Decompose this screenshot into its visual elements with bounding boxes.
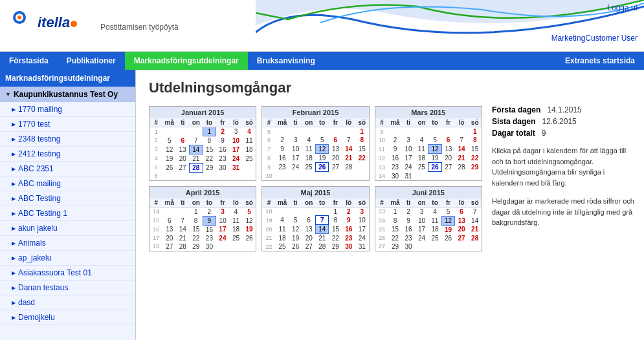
calendars-grid: Januari 2015 #måtiontofrlösö 11234 25678… [149, 106, 482, 251]
sidebar-title: Marknadsföringsutdelningar [0, 70, 135, 87]
juni-header: Juni 2015 [375, 187, 482, 198]
februari-header: Februari 2015 [262, 107, 368, 118]
februari-table: #måtiontofrlösö 51 62345678 791011121314… [262, 118, 368, 180]
sidebar-item-akunjakelu[interactable]: akun jakelu [0, 221, 135, 236]
nav-marknads[interactable]: Marknadsföringsutdelningar [125, 52, 248, 70]
user-name: MarketingCustomer User [551, 34, 638, 43]
calendar-section: Utdelningsomgångar Januari 2015 #måtiont… [149, 80, 482, 330]
help-text: Klicka på dagar i kalendern för att lägg… [492, 145, 634, 188]
first-day-label: Första dagen [492, 105, 540, 114]
main-layout: Marknadsföringsutdelningar Kaupunkikusta… [0, 70, 644, 340]
svg-point-2 [17, 16, 21, 19]
januari-table: #måtiontofrlösö 11234 2567891011 3121314… [150, 118, 256, 180]
sidebar: Marknadsföringsutdelningar Kaupunkikusta… [0, 70, 136, 340]
calendar-mars: Mars 2015 #måtiontofrlösö 91 102345678 1… [375, 106, 482, 181]
calendar-april: April 2015 #måtiontofrlösö 1412345 15678… [149, 186, 256, 252]
logo-area: itella [6, 10, 77, 36]
calendar-februari: Februari 2015 #måtiontofrlösö 51 6234567… [261, 106, 369, 181]
mars-header: Mars 2015 [375, 107, 482, 118]
sidebar-item-abctesting[interactable]: ABC Testing [0, 191, 135, 206]
calendar-januari: Januari 2015 #måtiontofrlösö 11234 25678… [149, 106, 256, 181]
januari-header: Januari 2015 [150, 107, 256, 118]
maj-header: Maj 2015 [262, 187, 368, 198]
sidebar-item-abcmailing[interactable]: ABC mailing [0, 176, 135, 191]
holiday-text: Helgdagar är markerade med röda siffror … [492, 196, 634, 228]
nav-forstasida[interactable]: Förstasida [0, 52, 58, 70]
maj-table: #måtiontofrlösö 18123 1945678910 2011121… [262, 198, 368, 251]
nav-bruksanvisning[interactable]: Bruksanvisning [248, 52, 324, 70]
last-day-label: Sista dagen [492, 117, 535, 126]
first-day-row: Första dagen 14.1.2015 [492, 105, 634, 114]
sidebar-item-2412testing[interactable]: 2412 testing [0, 147, 135, 162]
juni-table: #måtiontofrlösö 231234567 24891011121314… [375, 198, 482, 251]
sidebar-company[interactable]: Kaupunkikustannus Test Oy [0, 87, 135, 102]
calendar-juni: Juni 2015 #måtiontofrlösö 231234567 2489… [375, 186, 482, 252]
april-header: April 2015 [150, 187, 256, 198]
total-days-value: 9 [542, 129, 546, 138]
sidebar-item-apjakelu[interactable]: ap_jakelu [0, 251, 135, 266]
total-days-row: Dagar totalt 9 [492, 129, 634, 138]
sidebar-item-1770mailing[interactable]: 1770 mailing [0, 102, 135, 117]
sidebar-item-animals[interactable]: Animals [0, 236, 135, 251]
sidebar-item-abctesting1[interactable]: ABC Testing 1 [0, 206, 135, 221]
nav-publikationer[interactable]: Publikationer [58, 52, 125, 70]
april-table: #måtiontofrlösö 1412345 156789101112 161… [150, 198, 256, 251]
tagline: Postittamisen työpöytä [100, 23, 179, 32]
sidebar-item-asiakassuora[interactable]: Asiakassuora Test 01 [0, 266, 135, 281]
sidebar-item-2348testing[interactable]: 2348 testing [0, 132, 135, 147]
last-day-value: 12.6.2015 [542, 117, 576, 126]
first-day-value: 14.1.2015 [547, 105, 581, 114]
nav-bar: Förstasida Publikationer Marknadsförings… [0, 52, 644, 70]
nav-extranets[interactable]: Extranets startsida [556, 52, 644, 70]
logo-dot [71, 21, 77, 27]
sidebar-item-abc2351[interactable]: ABC 2351 [0, 162, 135, 176]
content-area: Utdelningsomgångar Januari 2015 #måtiont… [136, 70, 644, 340]
calendar-maj: Maj 2015 #måtiontofrlösö 18123 194567891… [261, 186, 369, 252]
page-title: Utdelningsomgångar [149, 80, 482, 96]
sidebar-item-1770test[interactable]: 1770 test [0, 117, 135, 132]
total-days-label: Dagar totalt [492, 129, 535, 138]
logo-text: itella [38, 14, 70, 30]
last-day-row: Sista dagen 12.6.2015 [492, 117, 634, 126]
logout-link[interactable]: Logga ut [607, 3, 638, 12]
sidebar-item-dasd[interactable]: dasd [0, 295, 135, 310]
top-bar: itella Postittamisen työpöytä Logga ut M… [0, 0, 644, 52]
sidebar-item-demojkelu[interactable]: Demojkelu [0, 310, 135, 325]
mars-table: #måtiontofrlösö 91 102345678 11910111213… [375, 118, 482, 180]
info-panel: Första dagen 14.1.2015 Sista dagen 12.6.… [492, 80, 634, 330]
logo-svg [6, 10, 32, 36]
sidebar-item-danantestaus[interactable]: Danan testaus [0, 281, 135, 295]
